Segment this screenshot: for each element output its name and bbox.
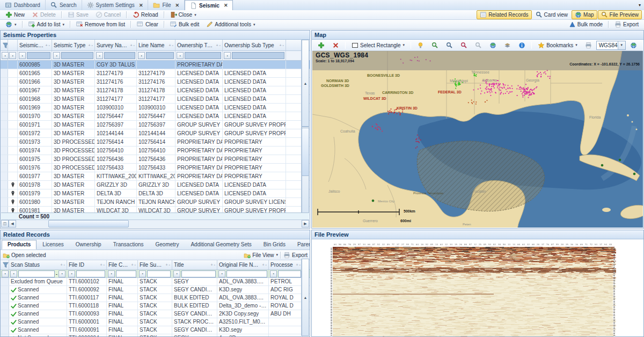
table-row[interactable]: 60019653D MASTER311274179311274179LICENS… xyxy=(1,69,310,78)
close-tab-icon[interactable]: ✕ xyxy=(224,3,228,8)
filter-operator-icon[interactable]: ▪ xyxy=(218,270,225,277)
layers-button[interactable] xyxy=(501,41,514,50)
tab-search[interactable]: Search xyxy=(46,0,82,10)
tab-ownership[interactable]: Ownership xyxy=(70,240,107,250)
column-header-title[interactable]: Title+ ▫ xyxy=(172,260,217,269)
clear-button[interactable]: Clear xyxy=(134,20,162,29)
table-row[interactable]: 60019773D MASTERKITTIWAKE_2005KITTIWAKE_… xyxy=(1,172,310,181)
filter-input[interactable] xyxy=(147,270,171,277)
filter-cell-ownership-type[interactable]: ▪ xyxy=(175,51,223,60)
remove-from-list-button[interactable]: Remove from list xyxy=(73,20,128,29)
column-header-original-file-name[interactable]: Original File Name+ ▫ xyxy=(217,260,269,269)
zoom-window-button[interactable] xyxy=(443,41,456,50)
tab-products[interactable]: Products xyxy=(2,240,36,250)
filter-input[interactable] xyxy=(18,270,55,277)
seismic-grid-hscrollbar[interactable]: ◫ ◀ ▶ xyxy=(1,219,309,228)
filter-cell-title[interactable]: ▪ xyxy=(172,270,217,277)
bookmarks-button[interactable]: Bookmarks▾ xyxy=(535,41,581,50)
full-extent-button[interactable] xyxy=(486,41,500,50)
filter-operator-icon[interactable]: ▪ xyxy=(108,270,115,277)
filter-input[interactable] xyxy=(146,52,174,59)
filter-corner-cell[interactable] xyxy=(1,40,8,50)
column-header-survey-name[interactable]: Survey Name+ ▫ xyxy=(95,40,137,50)
table-row[interactable]: 60019713D MASTER102756397102756397GROUP … xyxy=(1,121,310,129)
close-tab-icon[interactable]: ✕ xyxy=(175,3,180,8)
filter-icon[interactable]: ▪ xyxy=(2,270,9,277)
filter-operator-icon[interactable]: ▪ xyxy=(96,52,103,59)
column-header-processe[interactable]: Processe+ ▫ xyxy=(269,260,303,269)
file-preview-button[interactable]: File Preview xyxy=(598,10,642,19)
filter-input[interactable] xyxy=(232,52,284,59)
filter-cell-file-id[interactable]: ▪ xyxy=(67,270,107,277)
grid-corner-icon[interactable]: ◫ xyxy=(1,220,9,228)
column-header-seismic-type[interactable]: Seismic Type+ ▫ xyxy=(52,40,95,50)
filter-input[interactable] xyxy=(76,270,105,277)
filter-cell-line-name[interactable]: ▪ xyxy=(137,51,175,60)
filter-edit-icon[interactable]: ▪ xyxy=(58,270,65,277)
table-row[interactable]: 60019783D MASTERGRIZZLY 3DGRIZZLY 3DLICE… xyxy=(1,181,310,189)
info-button[interactable] xyxy=(515,41,529,50)
table-row[interactable]: Excluded from QueueTTI.6000102FINALSTACK… xyxy=(1,278,310,286)
filter-tool-cell[interactable]: ▪ xyxy=(1,51,8,60)
identify-button[interactable] xyxy=(414,41,427,50)
table-row[interactable]: 60019663D MASTER311274176311274176LICENS… xyxy=(1,78,310,86)
filter-operator-icon[interactable]: ▪ xyxy=(53,52,60,59)
close-button[interactable]: Close▾ xyxy=(167,10,200,19)
filter-cell-survey-name[interactable]: ▪ xyxy=(95,51,137,60)
filter-input[interactable] xyxy=(61,52,93,59)
new-button[interactable]: New xyxy=(2,10,28,19)
seismic-grid[interactable]: Seismic ID+ ▫Seismic Type+ ▫Survey Name+… xyxy=(1,40,310,224)
scroll-right-icon[interactable]: ▶ xyxy=(302,220,309,228)
export-button[interactable]: Export xyxy=(283,252,308,259)
card-view-button[interactable]: Card view xyxy=(532,10,571,19)
filter-cell-file-catego[interactable]: ▪ xyxy=(107,270,138,277)
filter-operator-icon[interactable]: ▪ xyxy=(68,270,75,277)
remove-from-map-button[interactable] xyxy=(329,41,342,50)
print-map-button[interactable] xyxy=(582,41,595,50)
map-canvas[interactable]: TennesseeMississippiAlabamaGeorgiaFlorid… xyxy=(312,51,643,228)
filter-operator-icon[interactable]: ▪ xyxy=(10,270,17,277)
table-row[interactable]: 60019793D MASTERDELTA 3DDELTA 3DLICENSED… xyxy=(1,189,310,198)
table-row[interactable]: 60019723D MASTER102144144102144144GROUP … xyxy=(1,129,310,138)
zoom-extents-button[interactable] xyxy=(472,41,485,50)
tab-geometry[interactable]: Geometry xyxy=(150,240,185,250)
filter-operator-icon[interactable]: ▪ xyxy=(139,270,146,277)
filter-icon[interactable]: ▪ xyxy=(9,52,16,59)
scroll-up-icon[interactable]: ▲ xyxy=(302,40,309,127)
scroll-left-icon[interactable]: ◀ xyxy=(9,220,16,228)
filter-cell-seismic-type[interactable]: ▪ xyxy=(52,51,95,60)
filter-input[interactable] xyxy=(116,270,136,277)
map-viewport[interactable]: TennesseeMississippiAlabamaGeorgiaFlorid… xyxy=(312,51,643,228)
table-row[interactable]: ScannedTTI.6000117FINALSTACKBULK EDITEDA… xyxy=(1,294,310,302)
filter-input[interactable] xyxy=(27,52,50,59)
filter-cell-ownership-sub-type[interactable]: ▪ xyxy=(223,51,286,60)
table-row[interactable]: 60019803D MASTERTEJON RANCH 3DTEJON RANC… xyxy=(1,198,310,207)
filter-corner-cell[interactable] xyxy=(1,260,9,269)
seismic-grid-vscrollbar[interactable]: ▲ ▼ xyxy=(301,40,309,214)
table-row[interactable]: 60019693D MASTER103900310103900310LICENS… xyxy=(1,104,310,112)
related-grid-vscrollbar[interactable]: ▲ xyxy=(301,259,309,336)
add-to-map-button[interactable] xyxy=(314,41,328,50)
filter-operator-icon[interactable]: ▪ xyxy=(270,270,277,277)
table-row[interactable]: ScannedTTI.6000093FINALSTACKSEGY CANDIDA… xyxy=(1,310,310,318)
tab-dashboard[interactable]: Dashboard xyxy=(0,0,46,10)
table-row[interactable]: 60019703D MASTER102756447102756447LICENS… xyxy=(1,112,310,121)
table-row[interactable]: ScannedTTI.6000091FINALSTACKSEGY CANDIDA… xyxy=(1,326,310,334)
tab-licenses[interactable]: Licenses xyxy=(36,240,69,250)
tab-file[interactable]: File✕ xyxy=(148,0,185,10)
select-rectangle-button[interactable]: Select Rectangle▾ xyxy=(348,41,408,50)
cancel-button[interactable]: Cancel xyxy=(92,10,124,19)
close-tab-icon[interactable]: ✕ xyxy=(139,3,143,8)
file-view-button[interactable]: File View ▾ xyxy=(244,252,278,259)
filter-cell-file-sub-catego[interactable]: ▪ xyxy=(138,270,172,277)
column-header-file-catego[interactable]: File Catego+ ▫ xyxy=(107,260,138,269)
globe-button[interactable]: ▾ xyxy=(2,20,20,29)
projection-button[interactable] xyxy=(627,41,640,50)
filter-input[interactable] xyxy=(185,52,221,59)
export-button[interactable]: Export xyxy=(611,20,642,29)
column-header-ownership-type[interactable]: Ownership Type+ ▫ xyxy=(175,40,223,50)
filter-operator-icon[interactable]: ▪ xyxy=(177,52,184,59)
save-button[interactable]: Save xyxy=(64,10,92,19)
table-row[interactable]: 60009853D MASTERCGY 3D TALUSPROPRIETARY … xyxy=(1,61,310,69)
lock-projection-button[interactable] xyxy=(641,41,644,50)
